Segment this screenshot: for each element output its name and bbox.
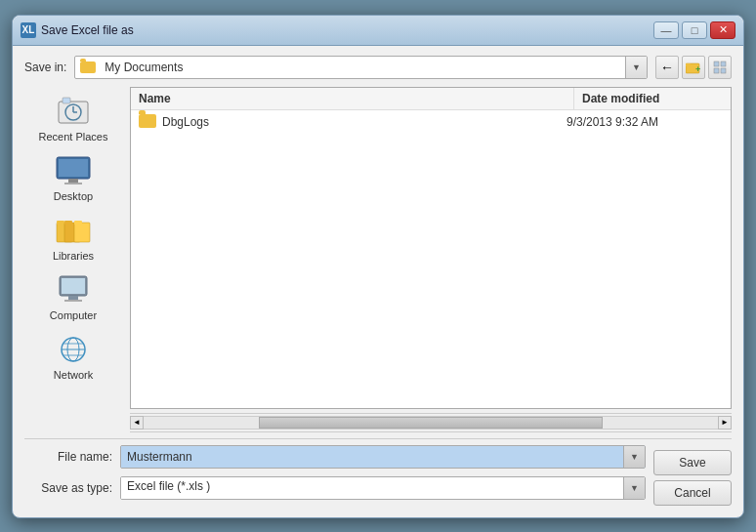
- svg-rect-26: [64, 300, 82, 302]
- save-in-label: Save in:: [24, 61, 66, 74]
- svg-rect-18: [57, 221, 64, 225]
- horizontal-scrollbar[interactable]: ◄ ►: [130, 413, 732, 432]
- file-panel: Name Date modified DbgLogs 9/3/2013 9:32…: [130, 87, 732, 409]
- svg-rect-5: [714, 68, 719, 73]
- bottom-fields: File name: ▼ Save as type: Excel file (*…: [24, 445, 646, 508]
- main-area: Recent Places Desktop: [24, 87, 732, 432]
- sidebar-desktop-label: Desktop: [54, 190, 93, 202]
- scroll-right-arrow[interactable]: ►: [718, 416, 732, 430]
- sidebar-item-computer[interactable]: Computer: [29, 269, 117, 325]
- computer-icon: [54, 273, 93, 307]
- svg-rect-24: [62, 278, 85, 294]
- svg-rect-22: [74, 221, 82, 225]
- cancel-button[interactable]: Cancel: [653, 480, 732, 506]
- sidebar-item-recent-places[interactable]: Recent Places: [29, 91, 117, 146]
- view-options-button[interactable]: ▼: [708, 56, 732, 79]
- separator: [24, 438, 732, 439]
- title-icon: XL: [21, 22, 36, 38]
- save-as-type-row: Save as type: Excel file (*.xls ) ▼: [24, 476, 646, 500]
- sidebar-item-libraries[interactable]: Libraries: [29, 210, 117, 266]
- libraries-icon: [54, 214, 93, 248]
- save-as-type-value: Excel file (*.xls ): [121, 477, 623, 499]
- save-dialog: XL Save Excel file as — □ ✕ Save in: My …: [12, 15, 744, 518]
- sidebar: Recent Places Desktop: [24, 87, 122, 432]
- bottom-row: File name: ▼ Save as type: Excel file (*…: [24, 445, 732, 508]
- save-in-row: Save in: My Documents ▼ ← +: [24, 56, 732, 79]
- dialog-body: Save in: My Documents ▼ ← +: [13, 46, 743, 517]
- folder-row-icon: [139, 114, 156, 131]
- back-button[interactable]: ←: [655, 56, 679, 79]
- scrollbar-track[interactable]: [144, 416, 718, 430]
- folder-shape: [80, 61, 96, 73]
- action-buttons: Save Cancel: [653, 450, 732, 508]
- desktop-icon: [54, 154, 93, 188]
- svg-text:+: +: [695, 64, 700, 74]
- file-date-cell: 9/3/2013 9:32 AM: [567, 115, 723, 129]
- scrollbar-thumb[interactable]: [259, 417, 604, 429]
- table-row[interactable]: DbgLogs 9/3/2013 9:32 AM: [131, 110, 731, 135]
- save-as-type-dropdown-arrow[interactable]: ▼: [623, 477, 645, 499]
- svg-rect-14: [59, 159, 88, 177]
- sidebar-item-desktop[interactable]: Desktop: [29, 150, 117, 206]
- svg-rect-16: [64, 183, 82, 184]
- file-header-date: Date modified: [574, 88, 731, 109]
- save-as-type-select-wrap[interactable]: Excel file (*.xls ) ▼: [120, 476, 646, 500]
- title-bar: XL Save Excel file as — □ ✕: [13, 16, 743, 46]
- save-as-type-label: Save as type:: [24, 481, 112, 495]
- file-name-dropdown-arrow[interactable]: ▼: [623, 446, 645, 468]
- sidebar-computer-label: Computer: [50, 309, 97, 321]
- file-list-header: Name Date modified: [131, 88, 731, 110]
- file-name-input-wrap[interactable]: ▼: [120, 445, 646, 469]
- save-in-dropdown[interactable]: My Documents ▼: [74, 56, 648, 79]
- svg-rect-25: [68, 296, 78, 300]
- save-in-value: My Documents: [101, 59, 625, 76]
- recent-places-icon: [54, 95, 93, 129]
- sidebar-item-network[interactable]: Network: [29, 329, 117, 385]
- dialog-title: Save Excel file as: [41, 23, 134, 37]
- svg-rect-20: [64, 221, 72, 225]
- folder-icon: [75, 59, 101, 76]
- toolbar-icons: ← + ▼: [655, 56, 732, 79]
- folder-shape-row: [139, 114, 156, 128]
- file-header-name: Name: [131, 88, 574, 109]
- sidebar-network-label: Network: [54, 369, 93, 381]
- save-button[interactable]: Save: [653, 450, 732, 475]
- file-name-input[interactable]: [121, 446, 623, 468]
- close-button[interactable]: ✕: [710, 21, 735, 39]
- svg-rect-21: [74, 223, 90, 242]
- title-bar-controls: — □ ✕: [653, 21, 735, 39]
- svg-rect-3: [714, 61, 719, 66]
- network-icon: [54, 333, 93, 367]
- scroll-left-arrow[interactable]: ◄: [130, 416, 144, 430]
- file-name-cell: DbgLogs: [162, 115, 567, 129]
- save-in-dropdown-arrow[interactable]: ▼: [625, 57, 647, 78]
- file-name-row: File name: ▼: [24, 445, 646, 469]
- file-name-label: File name:: [24, 450, 112, 464]
- svg-rect-15: [68, 179, 78, 183]
- new-folder-button[interactable]: +: [682, 56, 705, 79]
- svg-rect-9: [63, 98, 70, 103]
- file-panel-container: Name Date modified DbgLogs 9/3/2013 9:32…: [130, 87, 732, 432]
- sidebar-recent-places-label: Recent Places: [39, 131, 108, 143]
- title-bar-left: XL Save Excel file as: [21, 22, 134, 38]
- svg-text:▼: ▼: [726, 63, 727, 72]
- maximize-button[interactable]: □: [682, 21, 707, 39]
- svg-rect-1: [686, 63, 691, 66]
- minimize-button[interactable]: —: [653, 21, 679, 39]
- sidebar-libraries-label: Libraries: [53, 250, 94, 262]
